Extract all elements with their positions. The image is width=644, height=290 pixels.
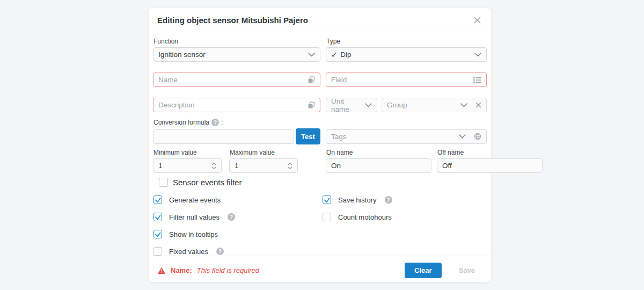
group-select[interactable]: Group — [382, 98, 487, 112]
clear-x-icon[interactable] — [475, 102, 481, 108]
unit-name-select[interactable]: Unit name — [326, 98, 377, 112]
type-value: Dip — [340, 50, 351, 59]
validation-error: Name: This field is required — [157, 266, 259, 274]
conversion-formula-colon: : — [221, 119, 223, 126]
selected-check-icon: ✓ — [331, 50, 337, 59]
function-label: Function — [153, 38, 320, 45]
count-motohours-label: Count motohours — [338, 213, 392, 221]
save-history-checkbox[interactable] — [323, 195, 331, 204]
minimum-value-label: Minimum value — [153, 149, 222, 156]
list-icon[interactable] — [473, 76, 481, 84]
group-placeholder: Group — [387, 101, 407, 109]
test-button[interactable]: Test — [296, 128, 320, 144]
checkbox-row-count-motohours: Count motohours — [323, 213, 487, 221]
tags-placeholder: Tags — [331, 133, 347, 141]
minimum-value-stepper — [153, 158, 222, 173]
field-input-wrap — [326, 73, 487, 87]
copy-icon[interactable] — [308, 76, 315, 84]
description-input-wrap — [153, 98, 320, 112]
error-message: This field is required — [197, 266, 259, 274]
chevron-down-icon — [460, 103, 467, 107]
help-icon[interactable] — [211, 119, 219, 126]
globe-icon[interactable] — [474, 133, 481, 140]
show-in-tooltips-label: Show in tooltips — [169, 230, 218, 238]
generate-events-label: Generate events — [169, 196, 221, 204]
chevron-down-icon — [308, 53, 315, 57]
fixed-values-label: Fixed values — [169, 248, 208, 256]
sensor-events-filter-label: Sensor events filter — [173, 178, 241, 187]
minimum-value-input[interactable] — [158, 162, 211, 170]
help-icon[interactable] — [385, 196, 392, 204]
checkbox-row-filter-null-values: Filter null values — [153, 213, 323, 221]
function-select[interactable]: Ignition sensor — [153, 47, 320, 62]
type-select[interactable]: ✓ Dip — [326, 47, 487, 62]
save-button[interactable]: Save — [451, 263, 482, 278]
chevron-down-icon — [365, 103, 372, 107]
maximum-value-label: Maximum value — [230, 149, 298, 156]
tags-select[interactable]: Tags — [326, 129, 487, 144]
footer-buttons: Clear Save — [405, 263, 482, 278]
stepper-arrows-icon[interactable] — [211, 163, 216, 169]
function-value: Ignition sensor — [158, 50, 206, 59]
filter-null-values-checkbox[interactable] — [153, 213, 162, 221]
fixed-values-checkbox[interactable] — [153, 247, 162, 256]
maximum-value-input[interactable] — [235, 162, 288, 170]
chevron-down-icon — [459, 134, 466, 139]
field-input[interactable] — [331, 76, 473, 84]
conversion-formula-input-wrap — [153, 129, 294, 144]
dialog-title: Editing object sensor Mitsubishi Pajero — [157, 16, 308, 25]
checkbox-row-save-history: Save history — [323, 195, 487, 204]
checkbox-row-fixed-values: Fixed values — [153, 247, 323, 256]
off-name-input-wrap — [437, 158, 543, 173]
clear-button[interactable]: Clear — [405, 263, 442, 278]
count-motohours-checkbox[interactable] — [323, 213, 331, 221]
sensor-events-filter-checkbox[interactable] — [159, 178, 168, 187]
on-name-label: On name — [326, 149, 431, 156]
close-icon[interactable] — [472, 15, 482, 25]
filter-null-values-label: Filter null values — [169, 213, 219, 221]
stepper-arrows-icon[interactable] — [288, 163, 292, 169]
show-in-tooltips-checkbox[interactable] — [153, 230, 162, 238]
help-icon[interactable] — [216, 248, 224, 255]
conversion-formula-label: Conversion formula — [153, 119, 209, 126]
checkbox-row-show-in-tooltips: Show in tooltips — [153, 230, 323, 238]
name-input[interactable] — [158, 76, 308, 84]
copy-icon[interactable] — [308, 102, 315, 109]
conversion-formula-input[interactable] — [158, 133, 289, 141]
dialog-footer: Name: This field is required Clear Save — [149, 256, 491, 286]
on-name-input[interactable] — [331, 162, 426, 170]
options-grid: Generate events Save history Filter null… — [153, 195, 487, 256]
unit-name-placeholder: Unit name — [331, 97, 358, 113]
description-input[interactable] — [158, 101, 308, 109]
checkbox-row-generate-events: Generate events — [153, 195, 323, 204]
maximum-value-stepper — [229, 158, 298, 173]
edit-sensor-dialog: Editing object sensor Mitsubishi Pajero … — [149, 8, 491, 282]
generate-events-checkbox[interactable] — [153, 195, 162, 204]
on-name-input-wrap — [326, 158, 431, 173]
off-name-input[interactable] — [442, 162, 537, 170]
warning-icon — [157, 267, 166, 274]
sensor-events-filter-row: Sensor events filter — [153, 178, 487, 187]
dialog-body: Function Ignition sensor Type ✓ Dip — [149, 32, 491, 256]
save-history-label: Save history — [338, 196, 377, 204]
dialog-header: Editing object sensor Mitsubishi Pajero — [149, 8, 491, 32]
off-name-label: Off name — [437, 149, 543, 156]
help-icon[interactable] — [228, 213, 235, 221]
name-input-wrap — [153, 73, 320, 87]
chevron-down-icon — [474, 53, 481, 57]
error-field-name: Name: — [171, 266, 192, 274]
page-background: Editing object sensor Mitsubishi Pajero … — [0, 0, 644, 290]
type-label: Type — [326, 38, 487, 45]
